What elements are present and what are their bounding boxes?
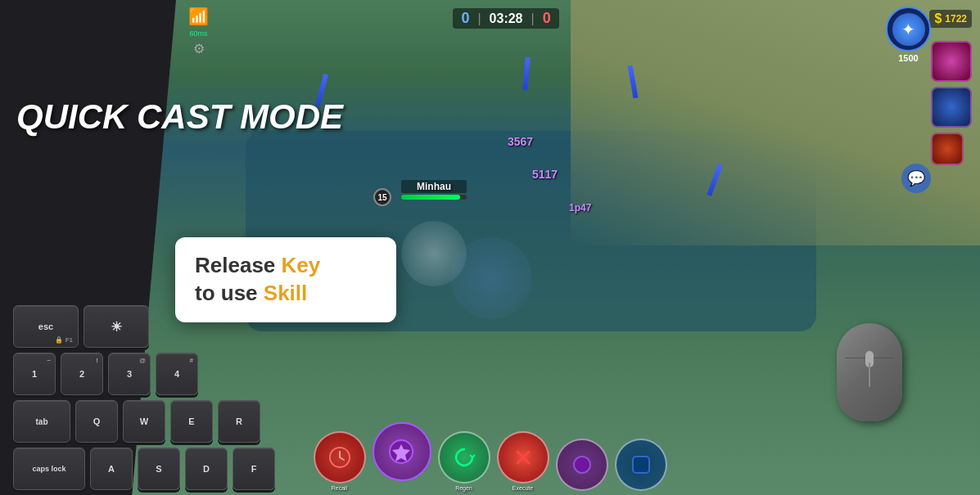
right2-skill-icon[interactable] xyxy=(615,439,667,491)
gold-display: $ 1722 xyxy=(929,10,972,28)
key-exclaim[interactable]: ! 2 xyxy=(61,353,103,395)
key-4-label: 4 xyxy=(174,369,179,379)
key-tilde-top: ~ xyxy=(47,357,51,364)
key-a[interactable]: A xyxy=(90,448,133,490)
key-capslock-label: caps lock xyxy=(32,465,65,473)
red-score: 0 xyxy=(543,10,551,27)
skill-effect-2 xyxy=(450,237,532,319)
wifi-icon: 📶 xyxy=(188,7,209,26)
extra-skill-icon[interactable] xyxy=(373,422,431,481)
key-q[interactable]: Q xyxy=(75,400,118,443)
damage-value-3: 1p47 xyxy=(569,202,591,214)
skill-item-regen: Regen xyxy=(438,431,490,491)
tooltip-line2: to use Skill xyxy=(195,281,307,305)
blue-score: 0 xyxy=(461,10,469,27)
key-f-label: F xyxy=(251,464,257,474)
right-skill-panel xyxy=(931,41,972,165)
mouse-body xyxy=(837,323,902,421)
right-skill-2[interactable] xyxy=(931,87,972,128)
key-w-label: W xyxy=(140,416,148,426)
key-s-label: S xyxy=(156,464,161,474)
chat-bubble-icon: 💬 xyxy=(907,169,925,187)
damage-number-3: 1p47 xyxy=(569,200,591,214)
key-e[interactable]: E xyxy=(170,400,213,443)
recall-skill-icon[interactable] xyxy=(314,431,366,484)
player-nameplate: Minhau xyxy=(401,180,467,200)
mouse-visual xyxy=(833,323,906,430)
tooltip-line1: Release Key xyxy=(195,253,320,277)
right-skill-1[interactable] xyxy=(931,41,972,82)
score-separator: | xyxy=(477,11,481,26)
key-hash-top: # xyxy=(190,357,193,364)
key-tilde[interactable]: ~ 1 xyxy=(13,353,56,395)
key-tab[interactable]: tab xyxy=(13,400,70,443)
tooltip-box: Release Key to use Skill xyxy=(175,237,396,322)
key-r[interactable]: R xyxy=(218,400,260,443)
player-name-text: Minhau xyxy=(401,180,467,193)
right-skill-3[interactable] xyxy=(931,133,964,165)
execute-skill-icon[interactable] xyxy=(497,431,549,484)
key-esc-label: esc xyxy=(38,322,53,331)
svg-rect-3 xyxy=(633,457,649,473)
item-icon[interactable]: ✦ xyxy=(886,7,931,52)
item-inner-icon: ✦ xyxy=(901,20,915,39)
key-at[interactable]: @ 3 xyxy=(108,353,151,395)
regen-skill-icon[interactable] xyxy=(438,431,490,484)
damage-value-1: 3567 xyxy=(508,135,533,148)
key-brightness-icon: ☀ xyxy=(111,319,122,335)
mouse-center-line xyxy=(869,362,870,387)
key-e-label: E xyxy=(188,416,194,426)
skill-item-right2 xyxy=(615,439,667,491)
right1-skill-icon[interactable] xyxy=(556,439,608,491)
page-title: Quick Cast Mode xyxy=(16,98,343,136)
skill-item-recall: Recall xyxy=(314,431,366,491)
key-at-top: @ xyxy=(139,357,146,364)
health-bar xyxy=(401,195,467,200)
key-1-label: 1 xyxy=(32,369,37,379)
tooltip-skill-word: Skill xyxy=(264,281,307,305)
key-brightness[interactable]: ☀ xyxy=(84,305,149,348)
tooltip-text: Release Key to use Skill xyxy=(195,252,377,308)
skill-bar: Recall Regen Execute xyxy=(314,422,667,491)
key-capslock[interactable]: caps lock xyxy=(13,448,85,490)
keyboard-row-3: tab Q W E R xyxy=(7,400,282,443)
title-text: Quick Cast Mode xyxy=(16,97,343,136)
key-tab-label: tab xyxy=(36,417,48,426)
game-timer: 03:28 xyxy=(490,11,523,26)
settings-icon: ⚙ xyxy=(188,41,209,56)
execute-label: Execute xyxy=(513,485,533,491)
damage-value-2: 5117 xyxy=(532,168,558,181)
score-separator2: | xyxy=(531,11,535,26)
key-2-label: 2 xyxy=(79,369,84,379)
skill-item-execute: Execute xyxy=(497,431,549,491)
key-r-label: R xyxy=(236,416,242,426)
ping-text: 60ms xyxy=(188,29,209,38)
key-f[interactable]: F xyxy=(233,448,275,490)
damage-number-1: 3567 xyxy=(508,135,533,148)
key-q-label: Q xyxy=(93,416,101,426)
key-d[interactable]: D xyxy=(185,448,228,490)
gold-amount: 1722 xyxy=(945,13,967,25)
skill-item-right1 xyxy=(556,439,608,491)
key-esc[interactable]: esc 🔒 F1 xyxy=(13,305,79,348)
key-s[interactable]: S xyxy=(138,448,180,490)
svg-point-2 xyxy=(574,457,590,473)
damage-number-2: 5117 xyxy=(532,168,558,181)
chat-icon[interactable]: 💬 xyxy=(901,164,931,193)
tooltip-key-word: Key xyxy=(282,253,321,277)
key-a-label: A xyxy=(108,464,115,474)
key-w[interactable]: W xyxy=(123,400,165,443)
keyboard-row-2: ~ 1 ! 2 @ 3 # 4 xyxy=(7,353,282,395)
item-count-display: 1500 xyxy=(886,53,931,63)
recall-label: Recall xyxy=(332,485,347,491)
gold-icon: $ xyxy=(934,11,942,26)
health-bar-fill xyxy=(401,195,460,200)
key-d-label: D xyxy=(203,464,210,474)
key-hash[interactable]: # 4 xyxy=(156,353,198,395)
key-3-label: 3 xyxy=(127,369,132,379)
keyboard-row-4: caps lock A S D F xyxy=(7,448,282,490)
hud-right: $ 1722 xyxy=(929,10,972,28)
ping-indicator: 📶 60ms ⚙ xyxy=(188,7,209,56)
hud-center-score: 0 | 03:28 | 0 xyxy=(453,8,558,29)
regen-label: Regen xyxy=(455,485,472,491)
